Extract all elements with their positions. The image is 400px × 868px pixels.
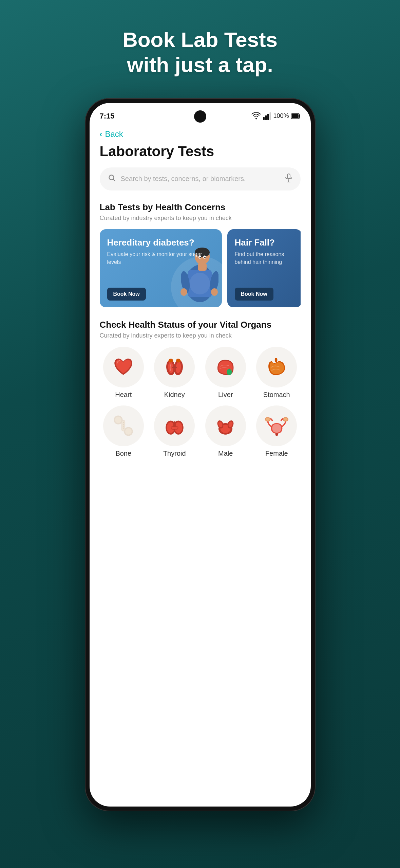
- vital-organs-title: Check Health Status of your Vital Organs: [100, 320, 301, 330]
- battery-text: 100%: [273, 112, 289, 120]
- bone-organ[interactable]: Bone: [100, 405, 148, 457]
- hairfall-book-button[interactable]: Book Now: [235, 288, 273, 301]
- heart-icon-wrap: [103, 347, 144, 387]
- svg-point-31: [227, 369, 232, 376]
- vital-organs-subtitle: Curated by industry experts to keep you …: [100, 332, 301, 339]
- svg-rect-32: [275, 358, 278, 362]
- svg-point-55: [266, 418, 269, 421]
- diabetes-card-title: Hereditary diabetes?: [107, 237, 214, 248]
- phone-screen: 7:15: [90, 103, 311, 807]
- svg-rect-1: [263, 117, 265, 120]
- heart-organ[interactable]: Heart: [100, 347, 148, 399]
- vital-organs-section: Check Health Status of your Vital Organs…: [100, 320, 301, 457]
- health-concerns-subtitle: Curated by industry experts to keep you …: [100, 215, 301, 222]
- status-time: 7:15: [100, 112, 115, 121]
- health-concerns-section: Lab Tests by Health Concerns Curated by …: [100, 202, 301, 222]
- female-label: Female: [265, 450, 288, 457]
- diabetes-card[interactable]: Hereditary diabetes? Evaluate your risk …: [100, 229, 222, 307]
- phone-frame: 7:15: [85, 98, 316, 811]
- svg-rect-45: [171, 427, 178, 429]
- kidney-organ[interactable]: Kidney: [151, 347, 198, 399]
- svg-rect-8: [287, 174, 290, 179]
- thyroid-organ[interactable]: Thyroid: [151, 405, 198, 457]
- health-concerns-title: Lab Tests by Health Concerns: [100, 202, 301, 213]
- liver-label: Liver: [218, 391, 233, 399]
- liver-icon-wrap: [205, 347, 246, 387]
- search-placeholder: Search by tests, concerns, or biomarkers…: [121, 175, 280, 183]
- thyroid-icon-wrap: [154, 405, 195, 446]
- phone-wrapper: 7:15: [85, 98, 316, 811]
- female-organ[interactable]: Female: [253, 405, 301, 457]
- svg-point-0: [255, 118, 257, 119]
- mic-icon: [285, 174, 292, 184]
- svg-point-56: [284, 418, 287, 421]
- stomach-icon-wrap: [256, 347, 297, 387]
- stomach-organ[interactable]: Stomach: [253, 347, 301, 399]
- bone-icon-wrap: [103, 405, 144, 446]
- status-icons: 100%: [251, 112, 300, 120]
- svg-rect-46: [173, 421, 176, 427]
- heart-label: Heart: [115, 391, 132, 399]
- male-organ[interactable]: Male: [202, 405, 250, 457]
- female-icon-wrap: [256, 405, 297, 446]
- hairfall-card[interactable]: Hair Fall? Find out the reasons behind h…: [227, 229, 301, 307]
- hairfall-card-desc: Find out the reasons behind hair thinnin…: [235, 251, 294, 266]
- camera-notch: [194, 110, 206, 123]
- thyroid-label: Thyroid: [163, 450, 186, 457]
- wifi-icon: [251, 112, 261, 120]
- male-icon-wrap: [205, 405, 246, 446]
- screen-content: ‹ Back Laboratory Tests Search by tests,…: [90, 123, 311, 807]
- signal-icon: [263, 112, 271, 120]
- kidney-label: Kidney: [164, 391, 185, 399]
- diabetes-card-desc: Evaluate your risk & monitor your sugar …: [107, 251, 214, 266]
- liver-organ[interactable]: Liver: [202, 347, 250, 399]
- back-chevron-icon: ‹: [100, 129, 102, 139]
- organs-grid: Heart: [100, 347, 301, 457]
- svg-rect-6: [292, 114, 299, 118]
- page-title: Laboratory Tests: [100, 144, 301, 159]
- battery-icon: [291, 113, 301, 119]
- back-label: Back: [105, 129, 123, 139]
- svg-rect-3: [267, 114, 269, 120]
- back-button[interactable]: ‹ Back: [100, 129, 301, 139]
- diabetes-book-button[interactable]: Book Now: [107, 288, 146, 301]
- health-concern-cards: Hereditary diabetes? Evaluate your risk …: [100, 229, 301, 307]
- stomach-label: Stomach: [263, 391, 290, 399]
- svg-rect-4: [270, 112, 271, 120]
- hairfall-card-title: Hair Fall?: [235, 237, 294, 248]
- bone-label: Bone: [115, 450, 131, 457]
- svg-point-37: [125, 428, 132, 435]
- svg-point-36: [115, 417, 121, 423]
- svg-rect-57: [275, 433, 278, 436]
- svg-rect-2: [265, 115, 267, 120]
- hero-title: Book Lab Tests with just a tap.: [122, 27, 278, 78]
- search-bar[interactable]: Search by tests, concerns, or biomarkers…: [100, 167, 301, 191]
- hero-section: Book Lab Tests with just a tap.: [122, 27, 278, 78]
- search-icon: [108, 174, 116, 184]
- kidney-icon-wrap: [154, 347, 195, 387]
- male-label: Male: [218, 450, 233, 457]
